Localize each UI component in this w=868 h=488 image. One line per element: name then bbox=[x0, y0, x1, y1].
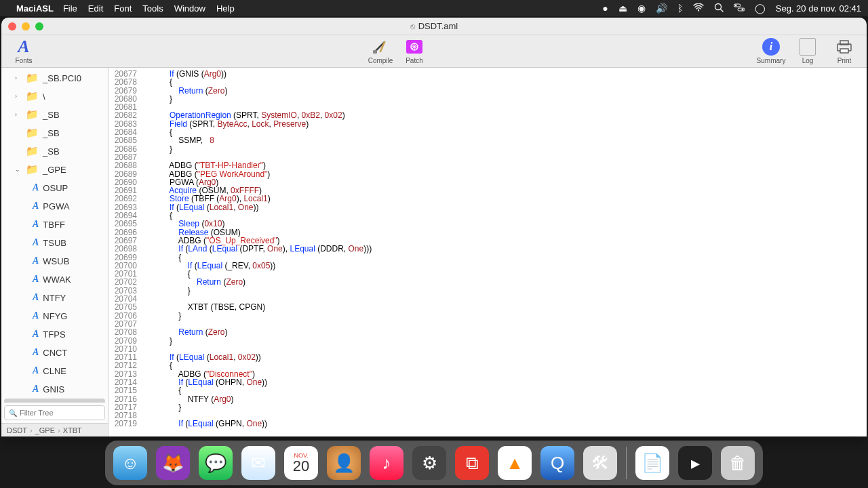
menu-tools[interactable]: Tools bbox=[142, 3, 163, 14]
dock[interactable]: ☺🦊💬✉NOV.20👤♪⚙⧉▲Q🛠📄▸🗑 bbox=[105, 441, 763, 485]
volume-icon[interactable]: 🔊 bbox=[656, 3, 667, 14]
dock-app-1[interactable]: 🦊 bbox=[156, 446, 190, 480]
dock-app-12[interactable]: 📄 bbox=[635, 446, 669, 480]
method-icon: A bbox=[33, 402, 39, 403]
method-icon: A bbox=[33, 201, 39, 211]
svg-rect-8 bbox=[373, 50, 377, 54]
tree-label: TFPS bbox=[43, 329, 65, 340]
breadcrumb-item[interactable]: XTBT bbox=[63, 426, 82, 434]
tree-folder-_SB[interactable]: 📁_SB bbox=[4, 142, 105, 160]
tree-item-WWAK[interactable]: AWWAK bbox=[4, 270, 105, 288]
bluetooth-icon[interactable]: ᛒ bbox=[677, 3, 683, 14]
tree-label: TSUB bbox=[43, 238, 66, 248]
minimize-button[interactable] bbox=[22, 22, 30, 30]
code-editor[interactable]: 2067720678206792068020681206822068320684… bbox=[108, 68, 867, 436]
clock[interactable]: Seg. 20 de nov. 02:41 bbox=[776, 3, 861, 14]
tree-item-GNIS[interactable]: AGNIS bbox=[4, 380, 105, 398]
patch-button[interactable]: Patch bbox=[399, 38, 430, 64]
tree-item-PGWA[interactable]: APGWA bbox=[4, 197, 105, 215]
chevron-icon[interactable]: › bbox=[15, 75, 22, 81]
menu-font[interactable]: Font bbox=[114, 3, 132, 14]
compile-button[interactable]: Compile bbox=[365, 38, 396, 64]
dock-app-13[interactable]: ▸ bbox=[678, 446, 712, 480]
log-button[interactable]: Log bbox=[792, 38, 823, 64]
gear-box-icon[interactable]: ◉ bbox=[637, 3, 646, 14]
wifi-icon[interactable] bbox=[693, 3, 704, 14]
method-icon: A bbox=[33, 219, 39, 230]
tree-folder-_SB[interactable]: ›📁_SB bbox=[4, 106, 105, 123]
svg-point-4 bbox=[734, 5, 736, 7]
breadcrumb-item[interactable]: DSDT bbox=[7, 426, 27, 434]
tree-label: PGWA bbox=[43, 201, 69, 211]
tree-item-CNCT[interactable]: ACNCT bbox=[4, 344, 105, 361]
dock-app-4[interactable]: NOV.20 bbox=[284, 446, 318, 480]
fonts-button[interactable]: A Fonts bbox=[8, 38, 39, 64]
summary-button[interactable]: i Summary bbox=[755, 38, 787, 64]
record-icon[interactable]: ● bbox=[602, 3, 608, 14]
menu-help[interactable]: Help bbox=[216, 3, 235, 14]
document-icon: ⎋ bbox=[410, 22, 415, 31]
svg-point-6 bbox=[741, 9, 743, 11]
chevron-icon[interactable]: › bbox=[15, 93, 22, 100]
filter-input[interactable] bbox=[20, 409, 113, 417]
method-icon: A bbox=[33, 237, 39, 248]
tree-item-TFPS[interactable]: ATFPS bbox=[4, 325, 105, 343]
method-icon: A bbox=[33, 256, 39, 266]
tree-label: GNIS bbox=[43, 384, 64, 394]
tree-label: _SB.PCI0 bbox=[43, 73, 81, 83]
folder-icon: 📁 bbox=[26, 108, 39, 121]
tree-folder-_SB-PCI0[interactable]: ›📁_SB.PCI0 bbox=[4, 69, 105, 87]
dock-app-14[interactable]: 🗑 bbox=[721, 446, 755, 480]
code[interactable]: If (GNIS (Arg0)) { Return (Zero) } Opera… bbox=[142, 68, 867, 436]
tree-folder-_GPE[interactable]: ⌄📁_GPE bbox=[4, 161, 105, 178]
tree-item-NTFY[interactable]: ANTFY bbox=[4, 289, 105, 306]
breadcrumb-item[interactable]: _GPE bbox=[35, 426, 55, 434]
dock-app-8[interactable]: ⧉ bbox=[455, 446, 489, 480]
dock-app-9[interactable]: ▲ bbox=[498, 446, 532, 480]
menu-edit[interactable]: Edit bbox=[88, 3, 103, 14]
tree-item-TBFF[interactable]: ATBFF bbox=[4, 216, 105, 233]
tree-label: NTFY bbox=[43, 293, 66, 303]
dock-app-0[interactable]: ☺ bbox=[113, 446, 147, 480]
search-icon[interactable] bbox=[714, 3, 724, 14]
menu-window[interactable]: Window bbox=[174, 3, 205, 14]
siri-icon[interactable]: ◯ bbox=[755, 3, 766, 14]
method-icon: A bbox=[33, 292, 39, 303]
folder-icon: 📁 bbox=[26, 127, 39, 139]
chevron-icon[interactable]: › bbox=[15, 111, 22, 118]
chevron-icon[interactable]: ⌄ bbox=[15, 166, 22, 173]
dock-app-7[interactable]: ⚙ bbox=[412, 446, 446, 480]
dock-app-5[interactable]: 👤 bbox=[327, 446, 361, 480]
tree-item-WSUB[interactable]: AWSUB bbox=[4, 252, 105, 270]
filter-bar[interactable]: 🔍 bbox=[4, 405, 105, 420]
tree-folder-_SB[interactable]: 📁_SB bbox=[4, 124, 105, 142]
dock-app-6[interactable]: ♪ bbox=[370, 446, 403, 480]
tree-label: _SB bbox=[43, 128, 60, 138]
dock-app-11[interactable]: 🛠 bbox=[583, 446, 617, 480]
tree-label: _GPE bbox=[43, 165, 66, 175]
control-center-icon[interactable] bbox=[734, 3, 745, 14]
tree-item-XTBT[interactable]: AXTBT bbox=[4, 399, 105, 403]
tree-label: XTBT bbox=[43, 403, 65, 403]
app-name[interactable]: MaciASL bbox=[16, 3, 54, 14]
dock-app-3[interactable]: ✉ bbox=[241, 446, 275, 480]
method-icon: A bbox=[33, 347, 39, 358]
tree-item-TSUB[interactable]: ATSUB bbox=[4, 234, 105, 251]
tree-label: _SB bbox=[43, 110, 60, 120]
close-button[interactable] bbox=[8, 22, 16, 30]
tree-item-OSUP[interactable]: AOSUP bbox=[4, 179, 105, 197]
menu-file[interactable]: File bbox=[63, 3, 77, 14]
folder-icon: 📁 bbox=[26, 90, 39, 102]
tree-folder--[interactable]: ›📁\ bbox=[4, 87, 105, 105]
tree[interactable]: ›📁_SB.PCI0›📁\›📁_SB📁_SB📁_SB⌄📁_GPEAOSUPAPG… bbox=[1, 68, 108, 403]
method-icon: A bbox=[33, 182, 39, 193]
dock-app-2[interactable]: 💬 bbox=[199, 446, 233, 480]
tree-item-CLNE[interactable]: ACLNE bbox=[4, 362, 105, 380]
breadcrumb[interactable]: DSDT›_GPE›XTBT bbox=[1, 423, 108, 436]
maximize-button[interactable] bbox=[35, 22, 43, 30]
tree-label: TBFF bbox=[43, 220, 65, 230]
tree-item-NFYG[interactable]: ANFYG bbox=[4, 307, 105, 325]
dock-app-10[interactable]: Q bbox=[540, 446, 574, 480]
print-button[interactable]: Print bbox=[829, 38, 860, 64]
eject-icon[interactable]: ⏏ bbox=[618, 3, 627, 14]
